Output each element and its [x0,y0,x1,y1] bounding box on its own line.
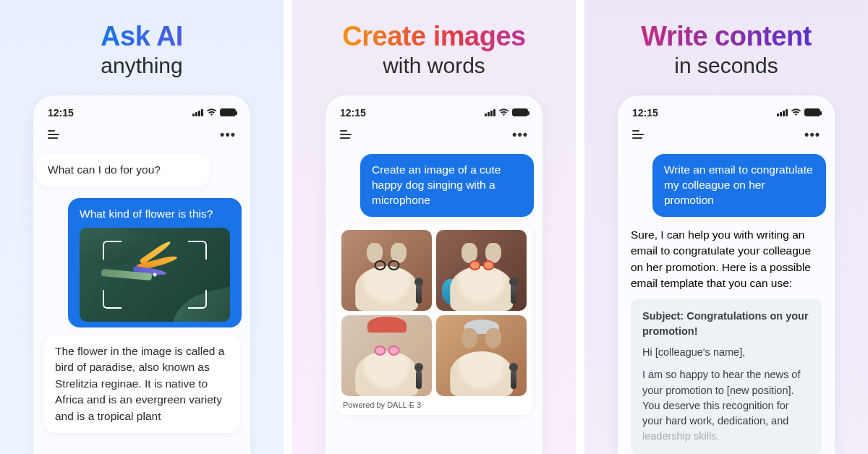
promo-panel-write-content: Write content in seconds 12:15 ••• Write… [584,0,868,454]
generated-image[interactable] [436,230,527,311]
generated-image[interactable] [341,315,432,396]
panel-title-sub: anything [101,53,182,78]
more-icon[interactable]: ••• [512,127,528,142]
attached-image[interactable] [80,228,230,322]
status-icons [192,108,236,116]
email-template-card: Subject: Congratulations on your promoti… [631,299,822,453]
scan-center-icon [153,273,157,276]
status-time: 12:15 [48,107,74,119]
scan-corner-icon [103,290,122,309]
status-time: 12:15 [632,107,658,119]
status-time: 12:15 [340,107,366,119]
more-icon[interactable]: ••• [220,127,236,142]
image-grid [341,230,527,396]
scan-corner-icon [103,241,122,260]
powered-by-label: Powered by DALL·E 3 [341,396,527,409]
promo-panel-ask-ai: Ask AI anything 12:15 ••• What can I do … [0,0,284,454]
assistant-message: What can I do for you? [36,154,210,187]
phone-mockup: 12:15 ••• Create an image of a cute happ… [326,95,542,454]
email-subject: Subject: Congratulations on your promoti… [642,309,810,339]
panel-title-sub: in seconds [674,53,778,78]
panel-title-main: Create images [342,22,525,52]
wifi-icon [791,108,801,116]
panel-title-sub: with words [383,53,485,78]
assistant-message: Sure, I can help you with writing an ema… [631,227,822,292]
user-message-text: What kind of flower is this? [80,207,213,220]
user-message: What kind of flower is this? [68,198,242,327]
menu-icon[interactable] [340,130,352,139]
user-message: Write an email to congratulate my collea… [652,154,826,217]
status-bar: 12:15 [618,106,835,120]
more-icon[interactable]: ••• [804,127,820,142]
promo-panel-create-images: Create images with words 12:15 ••• Creat… [292,0,576,454]
panel-title-main: Write content [641,22,812,52]
status-bar: 12:15 [33,106,250,120]
signal-icon [485,109,495,116]
app-bar: ••• [326,120,542,147]
battery-icon [804,108,820,116]
app-bar: ••• [618,120,835,147]
email-greeting: Hi [colleague's name], [642,345,810,360]
chat-area: Write an email to congratulate my collea… [618,147,835,454]
battery-icon [512,108,528,116]
email-body: I am so happy to hear the news of your p… [642,367,810,443]
scan-corner-icon [188,241,207,260]
battery-icon [220,108,236,116]
generated-image[interactable] [436,315,527,396]
panel-title-main: Ask AI [101,22,183,52]
generated-images-card: Powered by DALL·E 3 [336,224,532,415]
chat-area: Create an image of a cute happy dog sing… [326,147,542,415]
chat-area: What can I do for you? What kind of flow… [33,147,250,433]
phone-mockup: 12:15 ••• What can I do for you? What ki… [33,95,250,454]
signal-icon [777,109,788,116]
assistant-message: The flower in the image is called a bird… [43,335,240,433]
wifi-icon [206,108,217,116]
status-bar: 12:15 [326,106,542,120]
status-icons [485,108,528,116]
wifi-icon [498,108,509,116]
generated-image[interactable] [341,230,432,311]
scan-corner-icon [188,290,207,309]
phone-mockup: 12:15 ••• Write an email to congratulate… [618,95,835,454]
signal-icon [192,109,203,116]
menu-icon[interactable] [48,130,59,139]
menu-icon[interactable] [632,130,644,139]
user-message: Create an image of a cute happy dog sing… [360,154,534,217]
status-icons [777,108,820,116]
app-bar: ••• [33,120,250,147]
